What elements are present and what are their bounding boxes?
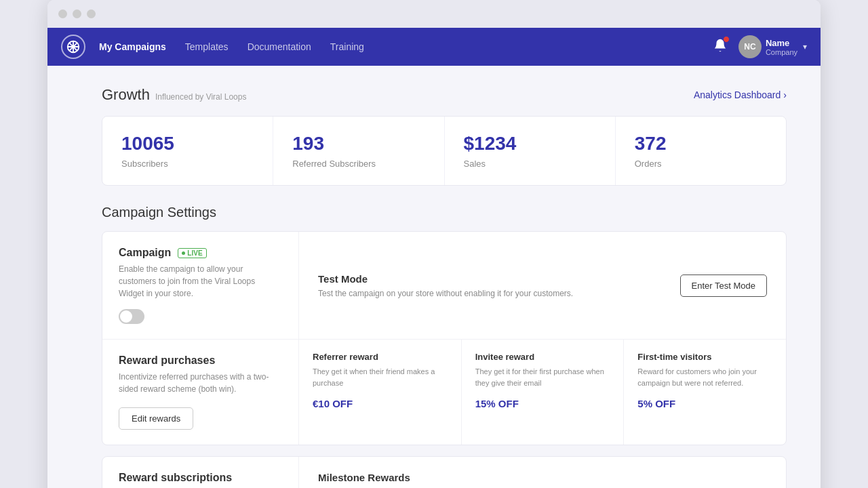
live-dot bbox=[182, 251, 185, 255]
milestone-rewards-title: Milestone Rewards bbox=[318, 472, 767, 483]
sales-value: $1234 bbox=[464, 133, 596, 155]
user-menu[interactable]: NC Name Company ▾ bbox=[738, 35, 807, 58]
browser-titlebar bbox=[47, 0, 821, 28]
main-content: Growth Influenced by Viral Loops Analyti… bbox=[47, 66, 821, 488]
logo[interactable] bbox=[61, 35, 85, 59]
campaign-right: Test Mode Test the campaign on your stor… bbox=[299, 232, 786, 339]
close-dot bbox=[58, 9, 67, 18]
referred-label: Referred Subscribers bbox=[292, 159, 425, 169]
user-text: Name Company bbox=[766, 38, 797, 56]
sales-label: Sales bbox=[464, 159, 596, 169]
nav-documentation[interactable]: Documentation bbox=[248, 41, 311, 52]
user-company: Company bbox=[766, 48, 797, 56]
test-mode-info: Test Mode Test the campaign on your stor… bbox=[318, 273, 573, 298]
reward-purchases-left: Reward purchases Incentivize referred pu… bbox=[102, 340, 299, 445]
campaign-left: Campaign LIVE Enable the campaign to all… bbox=[102, 232, 299, 339]
referrer-reward-title: Referrer reward bbox=[313, 352, 448, 362]
stat-orders: 372 Orders bbox=[616, 117, 786, 185]
user-name: Name bbox=[766, 38, 797, 48]
subscriptions-left: Reward subscriptions The growth of your … bbox=[102, 457, 299, 488]
edit-rewards-button[interactable]: Edit rewards bbox=[119, 407, 193, 430]
subscriptions-right: Milestone Rewards Customers win incremen… bbox=[299, 457, 786, 488]
referrer-reward-section: Referrer reward They get it when their f… bbox=[299, 340, 462, 445]
invitee-reward-section: Invitee reward They get it for their fir… bbox=[462, 340, 625, 445]
nav-templates[interactable]: Templates bbox=[185, 41, 229, 52]
rewards-row: Reward purchases Incentivize referred pu… bbox=[102, 340, 786, 445]
notification-badge bbox=[723, 36, 730, 43]
subscribers-label: Subscribers bbox=[121, 159, 254, 169]
referrer-reward-amount: €10 OFF bbox=[313, 398, 448, 409]
reward-purchases-description: Incentivize referred purchases with a tw… bbox=[119, 371, 282, 395]
stat-subscribers: 10065 Subscribers bbox=[102, 117, 273, 185]
invitee-reward-description: They get it for their first purchase whe… bbox=[475, 366, 610, 388]
growth-subtitle: Influenced by Viral Loops bbox=[155, 92, 247, 102]
test-mode-title: Test Mode bbox=[318, 273, 573, 285]
campaign-description: Enable the campaign to allow your custom… bbox=[119, 263, 282, 300]
first-time-reward-section: First-time visitors Reward for customers… bbox=[624, 340, 786, 445]
orders-label: Orders bbox=[635, 159, 767, 169]
subscriptions-title: Reward subscriptions bbox=[119, 472, 282, 484]
growth-section-header: Growth Influenced by Viral Loops Analyti… bbox=[102, 86, 787, 104]
nav-my-campaigns[interactable]: My Campaigns bbox=[99, 41, 166, 52]
enter-test-mode-button[interactable]: Enter Test Mode bbox=[680, 274, 767, 297]
first-time-reward-amount: 5% OFF bbox=[637, 398, 772, 409]
analytics-link-label: Analytics Dashboard bbox=[694, 89, 781, 100]
minimize-dot bbox=[73, 9, 81, 18]
live-badge: LIVE bbox=[178, 248, 206, 258]
campaign-name-label: Campaign bbox=[119, 247, 171, 259]
subscriptions-card: Reward subscriptions The growth of your … bbox=[102, 456, 787, 488]
growth-title: Growth Influenced by Viral Loops bbox=[102, 86, 246, 104]
reward-purchases-title: Reward purchases bbox=[119, 354, 282, 367]
subscribers-value: 10065 bbox=[121, 133, 254, 155]
stat-sales: $1234 Sales bbox=[445, 117, 616, 185]
campaign-row: Campaign LIVE Enable the campaign to all… bbox=[102, 232, 786, 340]
navbar-right: NC Name Company ▾ bbox=[713, 35, 807, 58]
navbar-links: My Campaigns Templates Documentation Tra… bbox=[99, 41, 713, 52]
invitee-reward-amount: 15% OFF bbox=[475, 398, 610, 409]
chevron-right-icon: › bbox=[783, 89, 787, 100]
orders-value: 372 bbox=[635, 133, 767, 155]
campaign-toggle[interactable] bbox=[119, 309, 144, 324]
browser-window: My Campaigns Templates Documentation Tra… bbox=[47, 0, 821, 488]
first-time-reward-description: Reward for customers who join your campa… bbox=[637, 366, 772, 388]
test-mode-description: Test the campaign on your store without … bbox=[318, 289, 573, 298]
campaign-settings-title: Campaign Settings bbox=[102, 205, 787, 220]
chevron-down-icon: ▾ bbox=[803, 42, 807, 52]
live-label: LIVE bbox=[187, 249, 202, 257]
analytics-dashboard-link[interactable]: Analytics Dashboard › bbox=[694, 89, 787, 100]
nav-training[interactable]: Training bbox=[330, 41, 364, 52]
referrer-reward-description: They get it when their friend makes a pu… bbox=[313, 366, 448, 388]
navbar: My Campaigns Templates Documentation Tra… bbox=[47, 28, 821, 66]
avatar: NC bbox=[738, 35, 762, 58]
reward-purchases-right: Referrer reward They get it when their f… bbox=[299, 340, 786, 445]
notifications-bell[interactable] bbox=[713, 38, 728, 56]
campaign-name: Campaign LIVE bbox=[119, 247, 282, 259]
first-time-reward-title: First-time visitors bbox=[637, 352, 772, 362]
stat-referred-subscribers: 193 Referred Subscribers bbox=[273, 117, 444, 185]
referred-value: 193 bbox=[292, 133, 425, 155]
stats-card: 10065 Subscribers 193 Referred Subscribe… bbox=[102, 116, 787, 186]
growth-label: Growth bbox=[102, 86, 150, 104]
invitee-reward-title: Invitee reward bbox=[475, 352, 610, 362]
campaign-settings-card: Campaign LIVE Enable the campaign to all… bbox=[102, 231, 787, 445]
maximize-dot bbox=[87, 9, 96, 18]
